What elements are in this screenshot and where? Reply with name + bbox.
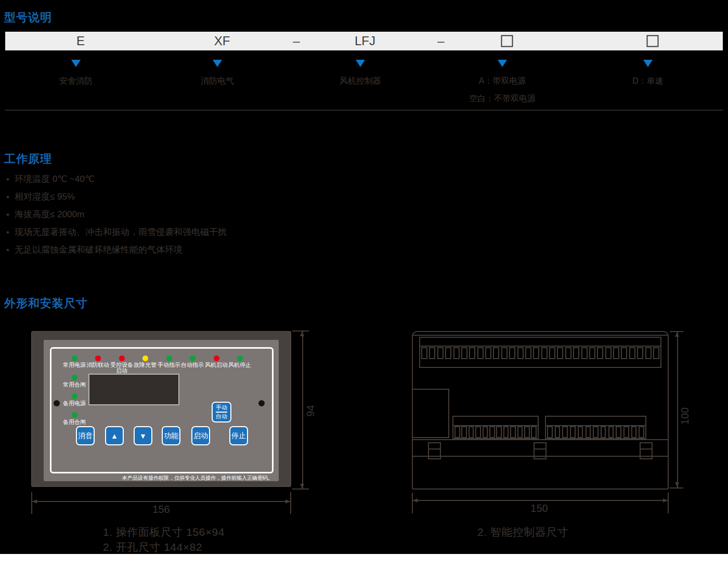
terminal xyxy=(578,426,583,438)
arrow-down-icon xyxy=(356,60,365,67)
terminal xyxy=(541,347,548,359)
terminal xyxy=(605,347,612,359)
terminal xyxy=(621,347,627,359)
panel-button: 功能 xyxy=(162,426,180,445)
terminal xyxy=(469,426,474,438)
terminal xyxy=(489,426,495,438)
indicator-led-label: 手动指示 xyxy=(158,362,180,368)
terminal xyxy=(429,347,435,359)
section-title-working: 工作原理 xyxy=(4,151,52,167)
terminal xyxy=(645,347,652,359)
indicator-led-label: 常用电源 xyxy=(63,362,86,368)
model-branch-label: 消防电气 xyxy=(201,76,234,87)
terminal xyxy=(637,347,643,359)
caption-panel-size: 1. 操作面板尺寸 156×94 xyxy=(103,525,225,539)
terminal xyxy=(613,347,619,359)
terminal-group-2 xyxy=(547,426,644,438)
section-title-model: 型号说明 xyxy=(4,10,52,25)
dim-arrow-right-icon xyxy=(285,499,290,504)
terminal xyxy=(573,347,579,359)
terminal xyxy=(549,347,555,359)
din-clip xyxy=(428,442,441,459)
terminal xyxy=(557,347,563,359)
indicator-led xyxy=(72,375,77,380)
terminal xyxy=(531,426,537,438)
terminal xyxy=(608,426,614,438)
terminal xyxy=(517,426,523,438)
indicator-led xyxy=(190,355,196,361)
arrow-down-icon xyxy=(213,60,222,67)
panel-notice-text: 本产品设有操作权限，仅供专业人员操作，操作前输入正确密码。 xyxy=(104,474,273,482)
terminal xyxy=(461,347,467,359)
indicator-led xyxy=(237,355,243,361)
spec-bullet-item: 环境温度 0℃ ~40℃ xyxy=(6,173,95,185)
dim-arrow-up-icon xyxy=(675,332,679,337)
model-code: XF xyxy=(214,34,230,48)
dim-line-horizontal xyxy=(413,500,668,501)
dim-arrow-down-icon xyxy=(300,484,304,488)
model-code: LFJ xyxy=(355,34,375,48)
indicator-led xyxy=(72,355,77,361)
terminal xyxy=(589,347,595,359)
datasheet-page: 型号说明 EXF–LFJ– 安舍消防消防电气风机控制器A：带双电源空白：不带双电… xyxy=(0,0,728,568)
panel-button: 消音 xyxy=(76,426,95,445)
dim-ext-line xyxy=(292,488,309,490)
controller-rail-line xyxy=(412,439,669,440)
controller-band-line xyxy=(420,346,660,347)
spec-bullet-item: 现场无显著摇动、冲击和振动，雨雪侵袭和强电磁干扰 xyxy=(6,226,227,238)
dim-line-horizontal xyxy=(32,501,290,502)
dim-ext-line xyxy=(290,492,291,514)
model-branch-label2: 空白：不带双电源 xyxy=(469,94,536,104)
indicator-led xyxy=(72,412,77,418)
model-code-row: EXF–LFJ– xyxy=(5,32,723,50)
terminal xyxy=(493,347,499,359)
indicator-led-label: 故障光警 xyxy=(134,362,157,368)
manual-auto-button: 手动 自动 xyxy=(212,402,231,422)
dim-arrow-left-icon xyxy=(32,499,37,504)
page-bottom-strip xyxy=(0,554,728,568)
terminal xyxy=(469,347,475,359)
arrow-down-icon xyxy=(71,60,81,67)
indicator-led xyxy=(214,355,219,361)
manual-auto-label-top: 手动 xyxy=(216,404,227,411)
model-branch-label: 安舍消防 xyxy=(59,76,93,87)
terminal xyxy=(570,426,576,438)
indicator-led-label: 受控设备 启动 xyxy=(110,362,133,374)
terminal xyxy=(437,347,444,359)
terminal xyxy=(496,426,502,438)
terminal xyxy=(510,426,516,438)
terminal xyxy=(639,426,644,438)
model-code: – xyxy=(293,34,300,48)
dim-line-vertical xyxy=(677,332,678,488)
din-clip xyxy=(640,442,653,459)
model-code: – xyxy=(437,34,444,48)
dim-ext-line xyxy=(412,493,413,513)
indicator-led-label: 常用合闸 xyxy=(63,382,86,388)
panel-button: ▼ xyxy=(134,426,152,445)
terminal xyxy=(445,347,451,359)
spec-bullet-item: 相对湿度≤ 95% xyxy=(6,191,75,203)
indicator-led xyxy=(166,355,172,361)
terminal xyxy=(597,347,603,359)
model-branch-label: A：带双电源 xyxy=(479,76,526,87)
dim-ext-line xyxy=(670,487,683,488)
model-code-box xyxy=(501,35,513,47)
terminal xyxy=(631,426,637,438)
model-branch-label: D：单速 xyxy=(632,76,664,87)
mounting-hole-right xyxy=(258,400,265,406)
controller-side-component xyxy=(412,389,449,438)
terminal xyxy=(616,426,621,438)
model-branch-label: 风机控制器 xyxy=(340,76,381,87)
dim-arrow-down-icon xyxy=(675,482,679,487)
din-clip xyxy=(534,442,547,459)
arrow-down-icon xyxy=(498,60,507,67)
dim-arrow-up-icon xyxy=(300,332,304,336)
controller-top-line xyxy=(413,335,668,336)
spec-bullet-item: 无足以腐蚀金属和破坏绝缘性能的气体环境 xyxy=(6,244,183,256)
panel-button: 启动 xyxy=(191,426,210,445)
section-divider xyxy=(5,110,723,111)
dim-label-ctrl-width: 150 xyxy=(513,503,565,514)
panel-button: ▲ xyxy=(105,426,124,445)
dim-arrow-left-icon xyxy=(413,498,418,503)
terminal xyxy=(483,426,488,438)
